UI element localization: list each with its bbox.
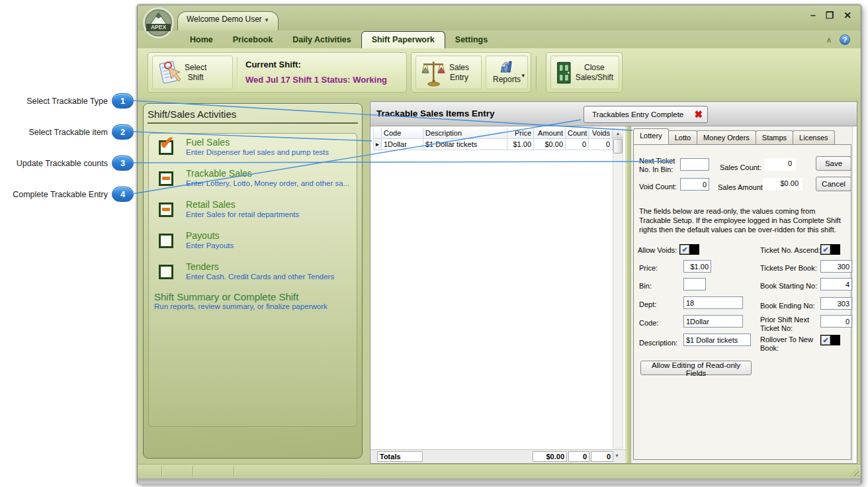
group-separator	[237, 57, 238, 89]
scroll-down-icon[interactable]: ▼	[615, 453, 619, 458]
panel-splitter[interactable]	[625, 126, 631, 463]
totals-amount: $0.00	[533, 451, 567, 462]
cell-price[interactable]: $1.00	[507, 139, 534, 150]
sales-entry-button[interactable]: SalesEntry	[415, 56, 482, 89]
checkbox-empty-icon	[159, 234, 173, 248]
sales-group: SalesEntry Reports ▾	[411, 52, 531, 93]
column-header-voids[interactable]: Voids	[589, 128, 613, 139]
tab-pricebook[interactable]: Pricebook	[223, 32, 282, 48]
cell-description[interactable]: $1 Dollar tickets	[423, 139, 507, 150]
sales-amount-value: $0.00	[763, 178, 803, 191]
description-input[interactable]	[683, 333, 751, 346]
close-sales-shift-button[interactable]: CloseSales/Shift	[550, 56, 619, 89]
cell-count[interactable]: 0	[566, 139, 589, 150]
tab-money-orders[interactable]: Money Orders	[697, 130, 756, 144]
activity-subtitle: Enter Payouts	[186, 242, 234, 249]
activity-title: Tenders	[186, 261, 219, 272]
tab-lotto[interactable]: Lotto	[668, 130, 697, 144]
column-header-description[interactable]: Description	[423, 128, 507, 139]
activity-subtitle: Enter Lottery, Lotto, Money order, and o…	[186, 179, 349, 187]
book-starting-input[interactable]	[820, 278, 852, 290]
tab-shift-paperwork[interactable]: Shift Paperwork	[361, 31, 445, 49]
save-button[interactable]: Save	[816, 156, 851, 171]
void-count-input[interactable]	[680, 178, 709, 191]
price-label: Price:	[639, 264, 658, 273]
callout-number-badge: 1	[112, 93, 134, 109]
panel-title: Trackable Sales Items Entry	[376, 109, 495, 118]
allow-voids-checkbox[interactable]: ✔	[679, 244, 699, 255]
close-shift-label-1: Close	[584, 63, 605, 72]
cell-amount[interactable]: $0.00	[534, 139, 566, 150]
sidebar-item-shift-summary[interactable]: Shift Summary or Complete Shift Run repo…	[154, 291, 327, 310]
price-input[interactable]	[683, 260, 711, 273]
tickets-per-book-input[interactable]	[820, 260, 852, 273]
tab-licenses[interactable]: Licenses	[793, 130, 834, 144]
close-button[interactable]: ✕	[844, 10, 851, 21]
tab-stamps[interactable]: Stamps	[756, 130, 793, 144]
tab-settings[interactable]: Settings	[445, 32, 498, 48]
sidebar-item-tenders[interactable]: Tenders Enter Cash. Credit Cards and oth…	[149, 263, 357, 291]
red-x-icon: ✖	[694, 109, 703, 120]
column-header-price[interactable]: Price	[507, 128, 534, 139]
current-row-marker-icon: ►	[375, 142, 380, 148]
orange-dash-icon	[162, 177, 170, 180]
row-selector-header	[373, 128, 382, 139]
cancel-button[interactable]: Cancel	[816, 177, 851, 191]
prior-shift-input[interactable]	[820, 315, 852, 328]
trackables-entry-complete-button[interactable]: Trackables Entry Complete ✖	[584, 106, 708, 123]
table-row[interactable]: ► 1Dollar $1 Dollar tickets $1.00 $0.00 …	[373, 139, 613, 150]
book-ending-input[interactable]	[820, 297, 852, 310]
checkbox-check-icon: ✔	[680, 245, 689, 254]
content-area: Shift/Sales Activities ✔ Fuel Sales Ente…	[138, 98, 861, 464]
reports-button[interactable]: Reports ▾	[486, 56, 528, 89]
dept-label: Dept:	[639, 300, 656, 309]
checkbox-checked-icon: ✔	[159, 140, 173, 155]
tab-home[interactable]: Home	[180, 32, 223, 48]
scrollbar-thumb[interactable]	[613, 139, 623, 154]
ticket-ascend-checkbox[interactable]: ✔	[820, 244, 840, 255]
sidebar-item-payouts[interactable]: Payouts Enter Payouts	[149, 232, 357, 260]
cell-voids[interactable]: 0	[589, 139, 613, 150]
cell-code[interactable]: 1Dollar	[382, 139, 423, 150]
select-shift-label-2: Shift	[188, 73, 204, 82]
sidebar-item-fuel-sales[interactable]: ✔ Fuel Sales Enter Dispenser fuel sales …	[149, 139, 357, 167]
select-shift-label-1: Select	[185, 63, 206, 72]
tab-lottery[interactable]: Lottery	[633, 128, 669, 144]
help-icon[interactable]: ?	[840, 34, 850, 45]
ribbon-toolbar: SelectShift Current Shift: Wed Jul 17 Sh…	[138, 48, 861, 98]
table-header-row: Code Description Price Amount Count Void…	[373, 128, 613, 139]
allow-editing-button[interactable]: Allow Editing of Read-only Fields	[640, 361, 752, 375]
minimize-button[interactable]: –	[810, 10, 816, 21]
table-scrollbar[interactable]: ▲	[613, 128, 623, 449]
column-header-amount[interactable]: Amount	[534, 128, 566, 139]
window-bottom-edge	[138, 478, 861, 484]
scroll-up-icon[interactable]: ▲	[613, 128, 623, 138]
bin-input[interactable]	[683, 278, 706, 290]
dept-input[interactable]	[683, 296, 743, 309]
rollover-checkbox[interactable]: ✔	[820, 335, 840, 345]
tab-daily-activities[interactable]: Daily Activities	[282, 32, 361, 48]
resize-grip[interactable]	[850, 468, 859, 476]
sidebar-item-trackable-sales[interactable]: Trackable Sales Enter Lottery, Lotto, Mo…	[149, 170, 357, 198]
sidebar-item-retail-sales[interactable]: Retail Sales Enter Sales for retail depa…	[149, 201, 357, 229]
column-header-code[interactable]: Code	[382, 128, 423, 139]
sales-entry-label-2: Entry	[450, 73, 468, 82]
user-menu-button[interactable]: Welcome Demo User▾	[177, 11, 279, 30]
callout-2: Select Trackable item 2	[0, 124, 134, 140]
sales-entry-label-1: Sales	[449, 63, 469, 72]
sidebar-title: Shift/Sales Activities	[144, 104, 362, 120]
maximize-button[interactable]: ❐	[826, 10, 834, 21]
callout-label: Select Trackable Type	[26, 97, 108, 106]
activity-title: Payouts	[186, 230, 220, 241]
totals-count: 0	[568, 451, 589, 462]
callout-label: Complete Trackable Entry	[13, 190, 108, 199]
reports-icon	[500, 60, 513, 73]
activity-title: Fuel Sales	[186, 137, 230, 148]
trackable-items-table: Code Description Price Amount Count Void…	[370, 126, 625, 463]
status-separator	[161, 466, 162, 477]
code-input[interactable]	[683, 315, 743, 328]
ribbon-collapse-icon[interactable]: ∧	[826, 36, 832, 44]
column-header-count[interactable]: Count	[566, 128, 589, 139]
select-shift-button[interactable]: SelectShift	[152, 56, 233, 89]
next-ticket-input[interactable]	[680, 158, 709, 171]
